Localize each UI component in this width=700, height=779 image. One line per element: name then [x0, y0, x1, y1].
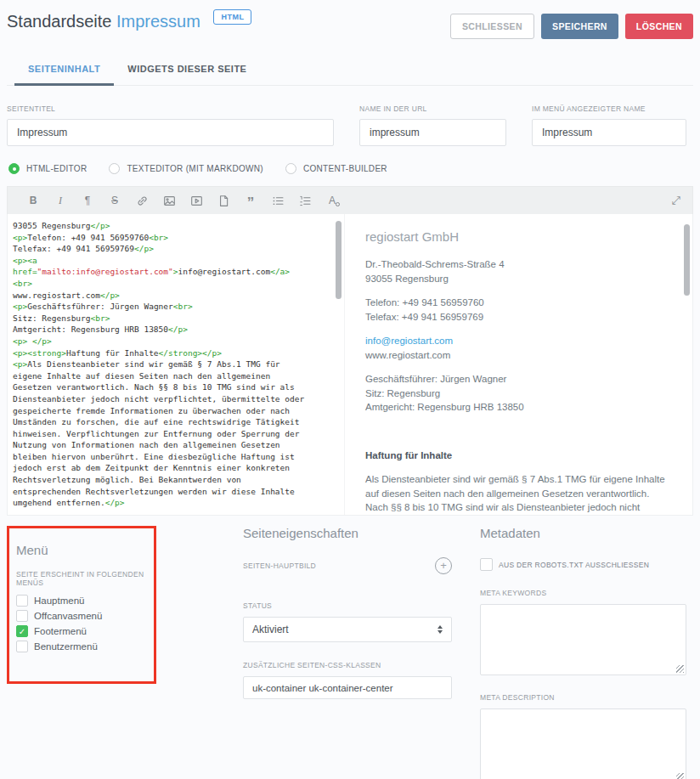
- code-scrollbar[interactable]: [336, 216, 342, 513]
- image-icon[interactable]: [155, 191, 183, 210]
- html-badge: HTML: [213, 9, 251, 25]
- resize-handle-icon[interactable]: [676, 773, 684, 779]
- bold-icon[interactable]: B: [20, 191, 47, 210]
- unchecked-checkbox-icon[interactable]: [16, 610, 28, 622]
- menu-checkbox-benutzermen-[interactable]: Benutzermenü: [16, 641, 147, 652]
- menu-name-label: IM MENÜ ANGEZEIGTER NAME: [532, 104, 686, 113]
- link-icon[interactable]: [128, 191, 155, 210]
- page-fields-row: SEITENTITEL NAME IN DER URL IM MENÜ ANGE…: [0, 104, 700, 146]
- robots-checkbox-label: AUS DER ROBOTS.TXT AUSSCHLIESSEN: [499, 561, 649, 569]
- page-properties-column: Seiteneigenschaften SEITEN-HAUPTBILD + S…: [243, 526, 452, 699]
- preview-pane[interactable]: regiostart GmbH Dr.-Theobald-Schrems-Str…: [344, 214, 692, 515]
- radio-icon[interactable]: [109, 163, 120, 174]
- preview-paragraph: Haftung für Inhalte: [365, 449, 670, 463]
- html-source-pane[interactable]: 93055 Regensburg</p><p>Telefon: +49 941 …: [8, 214, 344, 515]
- editor-mode-radio-texteditor-mit-markdown-[interactable]: TEXTEDITOR (MIT MARKDOWN): [109, 163, 262, 174]
- expand-editor-icon[interactable]: ⤢: [672, 194, 680, 207]
- email-link[interactable]: info@regiostart.com: [365, 336, 453, 346]
- text-color-icon[interactable]: A: [319, 191, 346, 210]
- preview-paragraphs: Dr.-Theobald-Schrems-Straße 493055 Regen…: [365, 257, 670, 515]
- menu-checkbox-list: HauptmenüOffcanvasmenü✓FootermenüBenutze…: [16, 595, 147, 652]
- editor-body: 93055 Regensburg</p><p>Telefon: +49 941 …: [7, 214, 693, 516]
- page-title-name: Impressum: [116, 12, 200, 31]
- seitentitel-label: SEITENTITEL: [7, 104, 334, 113]
- main-image-row: SEITEN-HAUPTBILD +: [243, 557, 452, 574]
- tab-seiteninhalt[interactable]: SEITENINHALT: [14, 56, 114, 86]
- editor-mode-selector: HTML-EDITORTEXTEDITOR (MIT MARKDOWN)CONT…: [0, 163, 700, 174]
- preview-paragraph: info@regiostart.comwww.regiostart.com: [365, 334, 670, 362]
- paragraph-icon[interactable]: ¶: [74, 191, 101, 210]
- field-menu-name: IM MENÜ ANGEZEIGTER NAME: [532, 104, 686, 146]
- menu-checkbox-label: Benutzermenü: [34, 641, 98, 652]
- meta-keywords-textarea[interactable]: [480, 604, 686, 675]
- seitentitel-input[interactable]: [7, 119, 334, 146]
- menu-section-highlight: Menü SEITE ERSCHEINT IN FOLGENDEN MENÜS …: [7, 526, 156, 684]
- page-header: Standardseite Impressum HTML SCHLIESSEN …: [0, 0, 700, 39]
- css-classes-label: ZUSÄTZLICHE SEITEN-CSS-KLASSEN: [243, 661, 452, 669]
- unchecked-checkbox-icon[interactable]: [16, 595, 28, 607]
- menu-checkbox-offcanvasmen-[interactable]: Offcanvasmenü: [16, 610, 147, 622]
- url-name-label: NAME IN DER URL: [359, 104, 506, 113]
- meta-keywords-label: META KEYWORDS: [480, 589, 686, 597]
- main-image-label: SEITEN-HAUPTBILD: [243, 562, 316, 570]
- field-seitentitel: SEITENTITEL: [7, 104, 334, 146]
- editor-mode-label: HTML-EDITOR: [26, 164, 87, 173]
- strikethrough-icon[interactable]: S: [101, 191, 128, 210]
- menu-checkbox-label: Hauptmenü: [34, 596, 84, 606]
- page-editor: Standardseite Impressum HTML SCHLIESSEN …: [0, 0, 700, 779]
- delete-button[interactable]: LÖSCHEN: [625, 14, 693, 39]
- file-icon[interactable]: [210, 191, 237, 210]
- menu-section-title: Menü: [16, 543, 147, 557]
- status-label: STATUS: [243, 601, 452, 610]
- close-button[interactable]: SCHLIESSEN: [450, 14, 534, 39]
- preview-paragraph: Dr.-Theobald-Schrems-Straße 493055 Regen…: [365, 257, 670, 285]
- meta-description-textarea[interactable]: [480, 708, 686, 779]
- robots-checkbox-box[interactable]: [480, 558, 493, 571]
- menu-checkbox-hauptmen-[interactable]: Hauptmenü: [16, 595, 147, 607]
- header-buttons: SCHLIESSEN SPEICHERN LÖSCHEN: [450, 12, 693, 39]
- ordered-list-icon[interactable]: [291, 191, 319, 210]
- italic-icon[interactable]: I: [47, 191, 74, 210]
- menu-name-input[interactable]: [532, 119, 686, 146]
- select-arrows-icon: [438, 625, 443, 634]
- preview-scrollbar-thumb[interactable]: [684, 224, 690, 296]
- menu-checkbox-label: Footermenü: [34, 626, 87, 636]
- status-select[interactable]: Aktiviert: [243, 617, 452, 642]
- editor-toolbar: BI¶S”A ⤢: [7, 186, 693, 214]
- resize-handle-icon[interactable]: [676, 665, 684, 673]
- editor-mode-radio-content-builder[interactable]: CONTENT-BUILDER: [285, 163, 387, 174]
- save-button[interactable]: SPEICHERN: [541, 14, 618, 39]
- menu-checkbox-label: Offcanvasmenü: [34, 611, 102, 621]
- editor-mode-radio-html-editor[interactable]: HTML-EDITOR: [8, 163, 87, 174]
- tab-bar: SEITENINHALT WIDGETS DIESER SEITE: [7, 56, 693, 86]
- field-url-name: NAME IN DER URL: [359, 104, 506, 146]
- meta-description-wrap: [480, 708, 686, 779]
- quote-icon[interactable]: ”: [237, 191, 264, 210]
- css-classes-input[interactable]: [243, 676, 452, 699]
- radio-icon[interactable]: [8, 163, 20, 174]
- html-source-code[interactable]: 93055 Regensburg</p><p>Telefon: +49 941 …: [8, 214, 344, 509]
- url-name-input[interactable]: [359, 119, 506, 146]
- menu-checkbox-footermen-[interactable]: ✓Footermenü: [16, 625, 147, 637]
- radio-icon[interactable]: [285, 163, 296, 174]
- add-main-image-icon[interactable]: +: [435, 557, 452, 574]
- preview-scrollbar[interactable]: [684, 216, 691, 513]
- unchecked-checkbox-icon[interactable]: [16, 641, 28, 652]
- robots-exclude-checkbox[interactable]: AUS DER ROBOTS.TXT AUSSCHLIESSEN: [480, 558, 686, 571]
- preview-paragraph: Telefon: +49 941 56959760Telefax: +49 94…: [365, 296, 670, 324]
- video-icon[interactable]: [183, 191, 210, 210]
- tab-widgets-dieser-seite[interactable]: WIDGETS DIESER SEITE: [114, 56, 260, 86]
- editor-mode-label: CONTENT-BUILDER: [303, 164, 387, 173]
- preview-paragraph: Geschäftsführer: Jürgen WagnerSitz: Rege…: [365, 372, 670, 415]
- unordered-list-icon[interactable]: [264, 191, 291, 210]
- menu-section-label: SEITE ERSCHEINT IN FOLGENDEN MENÜS: [16, 570, 147, 587]
- html-editor: BI¶S”A ⤢ 93055 Regensburg</p><p>Telefon:…: [7, 186, 693, 516]
- page-title: Standardseite Impressum HTML: [7, 12, 251, 31]
- editor-mode-label: TEXTEDITOR (MIT MARKDOWN): [127, 164, 262, 173]
- page-title-prefix: Standardseite: [7, 12, 116, 31]
- preview-paragraph: Als Diensteanbieter sind wir gemäß § 7 A…: [365, 472, 670, 515]
- checked-checkbox-icon[interactable]: ✓: [16, 625, 28, 637]
- meta-description-label: META DESCRIPTION: [480, 693, 686, 702]
- code-scrollbar-thumb[interactable]: [336, 221, 342, 299]
- menu-column: Menü SEITE ERSCHEINT IN FOLGENDEN MENÜS …: [7, 526, 243, 684]
